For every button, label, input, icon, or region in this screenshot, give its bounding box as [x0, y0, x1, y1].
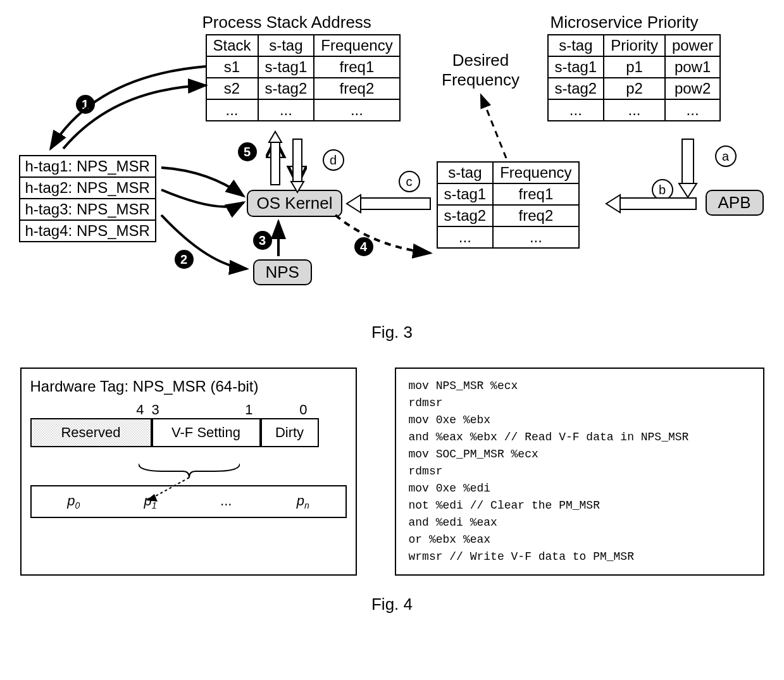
vf-brace-arrow	[139, 464, 240, 508]
htag-list: h-tag1: NPS_MSR h-tag2: NPS_MSR h-tag3: …	[19, 155, 156, 242]
psa-cell: freq1	[314, 56, 399, 78]
badge-3: 3	[253, 231, 272, 250]
badge-d: d	[323, 149, 344, 171]
psa-h1: Stack	[206, 35, 258, 56]
badge-a: a	[715, 145, 737, 167]
mp-cell: s-tag1	[548, 56, 604, 78]
badge-c: c	[399, 171, 420, 192]
desired-frequency-label: Desired Frequency	[437, 51, 525, 90]
mp-cell: ...	[604, 99, 665, 121]
bit-0: 0	[257, 402, 311, 418]
svg-rect-6	[682, 139, 694, 183]
ft-cell: ...	[493, 226, 578, 248]
svg-rect-1	[271, 139, 280, 185]
mp-h: power	[665, 35, 720, 56]
psa-cell: s-tag1	[258, 56, 314, 78]
ft-cell: s-tag2	[437, 205, 494, 226]
msr-panel: Hardware Tag: NPS_MSR (64-bit) 4 31 0 Re…	[20, 368, 357, 576]
psa-cell: s2	[206, 78, 258, 99]
mp-cell: s-tag2	[548, 78, 604, 99]
psa-cell: ...	[258, 99, 314, 121]
psa-cell: ...	[314, 99, 399, 121]
bit-1: 1	[245, 402, 252, 418]
vf-field: V-F Setting	[152, 418, 261, 447]
ft-cell: freq1	[493, 183, 578, 205]
psa-h3: Frequency	[314, 35, 399, 56]
ft-h: s-tag	[437, 162, 494, 183]
msr-title: Hardware Tag: NPS_MSR (64-bit)	[30, 378, 347, 395]
bit-3: 3	[152, 402, 159, 418]
badge-5: 5	[238, 142, 257, 161]
svg-rect-4	[361, 198, 430, 209]
mp-cell: p1	[604, 56, 665, 78]
mp-cell: pow2	[665, 78, 720, 99]
mp-cell: p2	[604, 78, 665, 99]
micro-priority-title: Microservice Priority	[551, 13, 699, 32]
ft-cell: freq2	[493, 205, 578, 226]
desired-frequency-text: Desired Frequency	[442, 51, 520, 89]
mp-cell: ...	[665, 99, 720, 121]
psa-h2: s-tag	[258, 35, 314, 56]
badge-1: 1	[76, 95, 95, 114]
pn: pn	[297, 493, 309, 510]
figure-4: Hardware Tag: NPS_MSR (64-bit) 4 31 0 Re…	[13, 368, 771, 576]
badge-4: 4	[354, 237, 373, 256]
htag-item: h-tag2: NPS_MSR	[20, 178, 155, 199]
bitfield: 4 31 0 Reserved V-F Setting Dirty	[30, 402, 347, 447]
asm-listing: mov NPS_MSR %ecx rdmsr mov 0xe %ebx and …	[395, 368, 764, 576]
mp-h: s-tag	[548, 35, 604, 56]
reserved-field: Reserved	[30, 418, 152, 447]
htag-item: h-tag3: NPS_MSR	[20, 199, 155, 221]
ft-cell: ...	[437, 226, 494, 248]
htag-item: h-tag1: NPS_MSR	[20, 156, 155, 178]
bit-4: 4	[30, 402, 148, 418]
svg-line-7	[151, 478, 189, 498]
process-stack-table: Stacks-tagFrequency s1s-tag1freq1 s2s-ta…	[206, 34, 401, 121]
psa-cell: s-tag2	[258, 78, 314, 99]
apb-box: APB	[706, 190, 764, 216]
svg-rect-2	[293, 139, 302, 185]
mp-h: Priority	[604, 35, 665, 56]
os-kernel-box: OS Kernel	[247, 190, 343, 217]
psa-cell: s1	[206, 56, 258, 78]
mp-cell: ...	[548, 99, 604, 121]
fig3-caption: Fig. 3	[13, 323, 771, 342]
ft-h: Frequency	[493, 162, 578, 183]
mp-cell: pow1	[665, 56, 720, 78]
figure-3: Process Stack Address Stacks-tagFrequenc…	[19, 13, 766, 304]
micro-priority-table: s-tagPrioritypower s-tag1p1pow1 s-tag2p2…	[547, 34, 721, 121]
nps-box: NPS	[253, 259, 312, 285]
fig4-caption: Fig. 4	[13, 595, 771, 614]
dirty-field: Dirty	[261, 418, 319, 447]
badge-b: b	[652, 179, 673, 201]
htag-item: h-tag4: NPS_MSR	[20, 221, 155, 241]
p0: p0	[67, 493, 80, 510]
ft-cell: s-tag1	[437, 183, 494, 205]
psa-cell: ...	[206, 99, 258, 121]
process-stack-title: Process Stack Address	[202, 13, 371, 32]
badge-2: 2	[175, 250, 194, 269]
freq-table: s-tagFrequency s-tag1freq1 s-tag2freq2 .…	[437, 161, 580, 249]
psa-cell: freq2	[314, 78, 399, 99]
svg-line-3	[481, 95, 506, 158]
